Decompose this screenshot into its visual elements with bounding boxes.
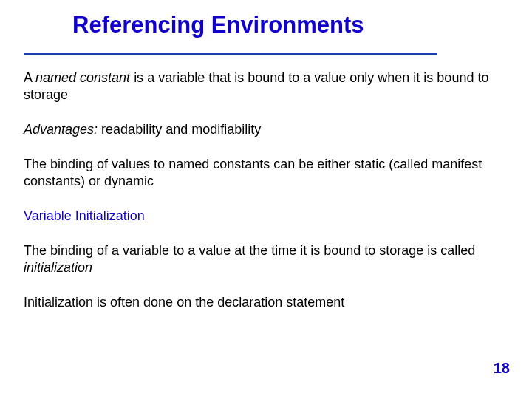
page-number: 18: [494, 360, 510, 377]
slide-body: A named constant is a variable that is b…: [24, 69, 497, 329]
title-divider: [24, 53, 437, 55]
para-initialization-declaration: Initialization is often done on the decl…: [24, 294, 497, 311]
para-named-constant: A named constant is a variable that is b…: [24, 69, 497, 103]
term-named-constant: named constant: [35, 70, 130, 85]
label-advantages: Advantages:: [24, 122, 98, 137]
para-binding-static-dynamic: The binding of values to named constants…: [24, 156, 497, 190]
slide: Referencing Environments A named constan…: [0, 0, 532, 399]
para-initialization-def: The binding of a variable to a value at …: [24, 242, 497, 276]
slide-title: Referencing Environments: [72, 12, 364, 38]
term-initialization: initialization: [24, 260, 92, 275]
para-advantages: Advantages: readability and modifiabilit…: [24, 121, 497, 138]
subheading-variable-initialization: Variable Initialization: [24, 208, 497, 225]
